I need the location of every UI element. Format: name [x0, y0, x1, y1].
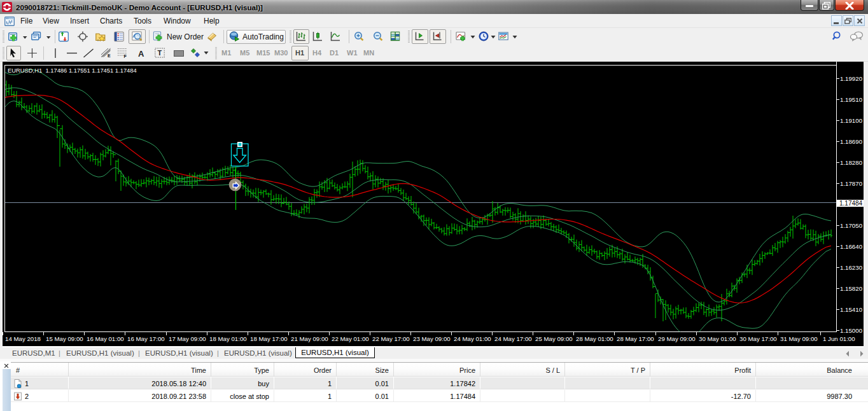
svg-text:T: T	[158, 49, 162, 57]
svg-text:E: E	[108, 53, 111, 58]
svg-text:F: F	[124, 54, 127, 59]
